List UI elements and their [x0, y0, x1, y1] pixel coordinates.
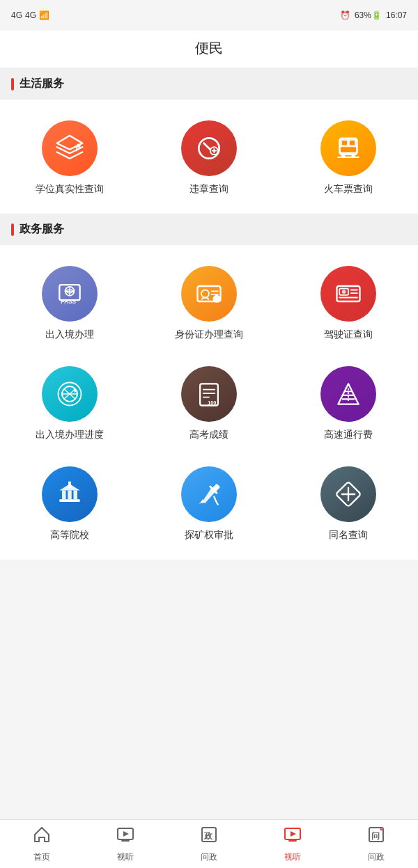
svg-text:100: 100	[208, 400, 216, 406]
nav-video2-label: 视听	[284, 851, 301, 863]
gaokao-item[interactable]: 100 高考成绩	[139, 352, 279, 452]
violation-label: 违章查询	[189, 183, 229, 196]
status-right: ⏰ 63%🔋 16:07	[340, 10, 407, 20]
id-card-label: 身份证办理查询	[175, 329, 243, 341]
signal-icon: 4G	[11, 10, 22, 20]
svg-rect-10	[350, 141, 355, 145]
border-progress-icon-circle	[42, 366, 98, 422]
section-life-label: 生活服务	[0, 68, 418, 100]
train-item[interactable]: 火车票查询	[279, 106, 418, 207]
id-card-icon	[194, 278, 224, 309]
svg-rect-11	[341, 147, 356, 152]
border-progress-item[interactable]: 出入境办理进度	[0, 352, 139, 452]
university-icon-circle	[42, 466, 98, 522]
samename-icon-circle	[320, 466, 376, 522]
nav-video1-label: 视听	[117, 851, 134, 863]
svg-point-22	[201, 290, 209, 298]
nav-home[interactable]: 首页	[0, 825, 84, 863]
border-progress-icon	[54, 379, 85, 409]
svg-rect-48	[74, 491, 78, 500]
nav-wenzheng1[interactable]: 政 问政	[167, 825, 251, 863]
border-icon: PASS	[54, 278, 85, 309]
mining-item[interactable]: 探矿权审批	[139, 452, 279, 553]
section-gov-label: 政务服务	[0, 214, 418, 245]
wenzheng1-nav-icon: 政	[199, 825, 219, 849]
degree-icon-circle	[42, 120, 98, 176]
highway-item[interactable]: 高速通行费	[279, 352, 418, 452]
svg-rect-51	[68, 482, 71, 486]
violation-item[interactable]: 违章查询	[139, 106, 279, 207]
highway-icon-circle	[320, 366, 376, 422]
page-header: 便民	[0, 31, 418, 68]
wenzheng2-nav-icon: 问	[366, 825, 386, 849]
degree-label: 学位真实性查询	[36, 183, 104, 196]
video1-nav-icon	[116, 825, 135, 849]
page-title: 便民	[195, 40, 223, 56]
nav-video1[interactable]: 视听	[84, 825, 167, 863]
gov-services-grid: PASS 出入境办理 身份证办理查询	[0, 245, 418, 560]
driver-icon	[333, 278, 364, 309]
samename-item[interactable]: 同名查询	[279, 452, 418, 553]
svg-rect-47	[68, 491, 72, 500]
svg-text:政: 政	[203, 831, 213, 841]
border-item[interactable]: PASS 出入境办理	[0, 252, 139, 352]
home-nav-icon	[32, 825, 52, 849]
university-item[interactable]: 高等院校	[0, 452, 139, 553]
border-label: 出入境办理	[45, 329, 94, 341]
highway-icon	[333, 379, 364, 409]
status-left: 4G 4G 📶	[11, 10, 49, 20]
wifi-icon: 📶	[39, 10, 49, 20]
svg-point-26	[213, 296, 219, 302]
battery-icon: 63%🔋	[355, 10, 382, 20]
border-icon-circle: PASS	[42, 266, 98, 322]
nav-video2[interactable]: 视听	[251, 825, 334, 863]
driver-item[interactable]: 驾驶证查询	[279, 252, 418, 352]
id-card-item[interactable]: 身份证办理查询	[139, 252, 279, 352]
status-bar: 4G 4G 📶 ⏰ 63%🔋 16:07	[0, 0, 418, 31]
video2-nav-icon	[283, 825, 302, 849]
samename-icon	[333, 479, 364, 510]
train-icon-circle	[320, 120, 376, 176]
svg-rect-49	[59, 499, 79, 502]
gaokao-icon: 100	[194, 379, 224, 409]
highway-label: 高速通行费	[324, 429, 373, 441]
violation-icon	[194, 133, 224, 164]
svg-marker-65	[291, 831, 296, 837]
university-icon	[54, 479, 85, 510]
nav-wenzheng2[interactable]: 问 问政	[334, 825, 418, 863]
svg-point-29	[342, 290, 346, 294]
driver-label: 驾驶证查询	[324, 329, 373, 341]
train-icon	[333, 133, 364, 164]
signal-icon2: 4G	[25, 10, 36, 20]
nav-home-label: 首页	[33, 851, 50, 863]
mining-icon	[194, 479, 224, 510]
gaokao-label: 高考成绩	[189, 429, 229, 441]
svg-rect-46	[62, 491, 66, 500]
degree-icon	[54, 133, 85, 164]
samename-label: 同名查询	[329, 529, 368, 542]
bottom-navigation: 首页 视听 政 问政	[0, 819, 418, 868]
nav-wenzheng1-label: 问政	[201, 851, 217, 863]
svg-rect-7	[339, 138, 357, 155]
gaokao-icon-circle: 100	[181, 366, 237, 422]
id-card-icon-circle	[181, 266, 237, 322]
train-label: 火车票查询	[324, 183, 373, 196]
svg-marker-59	[123, 831, 129, 837]
nav-wenzheng2-label: 问政	[368, 851, 385, 863]
university-label: 高等院校	[50, 529, 89, 542]
mining-label: 探矿权审批	[185, 529, 233, 542]
life-services-grid: 学位真实性查询 违章查询	[0, 100, 418, 214]
driver-icon-circle	[320, 266, 376, 322]
degree-item[interactable]: 学位真实性查询	[0, 106, 139, 207]
time-display: 16:07	[386, 10, 407, 20]
svg-text:PASS: PASS	[61, 299, 76, 305]
svg-text:问: 问	[371, 831, 380, 841]
mining-icon-circle	[181, 466, 237, 522]
svg-rect-9	[342, 141, 347, 145]
violation-icon-circle	[181, 120, 237, 176]
alarm-icon: ⏰	[340, 10, 350, 20]
border-progress-label: 出入境办理进度	[36, 429, 104, 441]
